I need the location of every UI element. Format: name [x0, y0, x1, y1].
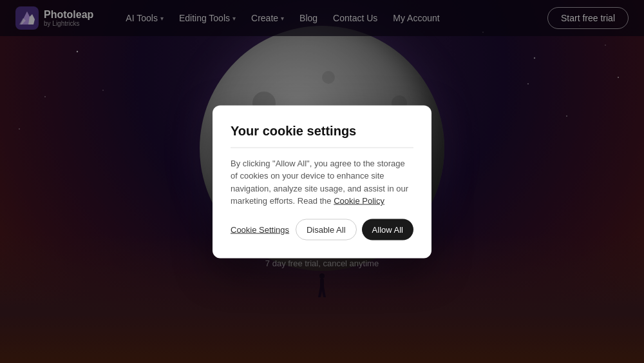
allow-all-button[interactable]: Allow All	[362, 219, 413, 240]
cookie-settings-link[interactable]: Cookie Settings	[231, 224, 289, 234]
cookie-policy-link[interactable]: Cookie Policy	[334, 196, 384, 206]
cookie-modal-divider	[231, 147, 413, 148]
cookie-modal-actions: Cookie Settings Disable All Allow All	[231, 219, 413, 240]
cookie-modal-body: By clicking "Allow All", you agree to th…	[231, 157, 413, 207]
disable-all-button[interactable]: Disable All	[296, 219, 357, 240]
cookie-buttons: Disable All Allow All	[296, 219, 413, 240]
cookie-modal: Your cookie settings By clicking "Allow …	[213, 105, 431, 258]
cookie-modal-title: Your cookie settings	[231, 123, 413, 138]
